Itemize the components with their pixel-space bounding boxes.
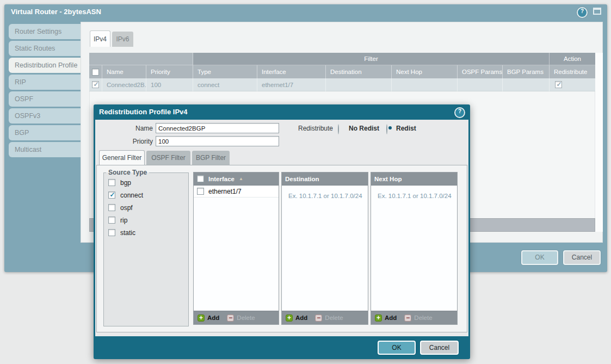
cell-type: connect bbox=[193, 78, 257, 91]
group-header-action: Action bbox=[550, 53, 595, 65]
destination-delete-button[interactable]: − Delete bbox=[315, 314, 343, 322]
source-type-option-rip[interactable]: rip bbox=[104, 214, 188, 226]
cell-interface: ethernet1/7 bbox=[257, 78, 326, 91]
cell-name[interactable]: Connected2B... bbox=[102, 78, 146, 91]
sidebar-item-ospf[interactable]: OSPF bbox=[9, 91, 81, 107]
source-type-option-connect[interactable]: connect bbox=[104, 189, 188, 201]
window-restore-icon[interactable] bbox=[593, 8, 601, 15]
plus-icon: + bbox=[198, 314, 205, 322]
ospf-checkbox[interactable] bbox=[108, 204, 115, 211]
sidebar-item-ospfv3[interactable]: OSPFv3 bbox=[9, 108, 81, 124]
window-title: Virtual Router - 2bytesASN bbox=[11, 4, 101, 19]
redistribute-label: Redistribute bbox=[287, 124, 333, 134]
next-hop-hint: Ex. 10.1.7.1 or 10.1.7.0/24 bbox=[371, 186, 457, 199]
interface-add-button[interactable]: + Add bbox=[198, 314, 219, 322]
name-input[interactable] bbox=[156, 123, 279, 133]
next-hop-column: Next Hop Ex. 10.1.7.1 or 10.1.7.0/24 + A… bbox=[371, 172, 458, 325]
next-hop-delete-button[interactable]: − Delete bbox=[404, 314, 432, 322]
col-header-name[interactable]: Name bbox=[102, 65, 146, 78]
minus-icon: − bbox=[227, 314, 234, 322]
source-type-option-static[interactable]: static bbox=[104, 226, 188, 239]
table-scrollbar-track[interactable] bbox=[595, 53, 603, 232]
select-all-checkbox[interactable] bbox=[92, 69, 99, 76]
screen: { "colors": { "window_chrome": "#80a7b6"… bbox=[0, 0, 611, 364]
col-header-ospf-params[interactable]: OSPF Params bbox=[458, 65, 503, 78]
destination-list: Ex. 10.1.7.1 or 10.1.7.0/24 bbox=[282, 186, 368, 311]
interface-column-header[interactable]: Interface ▲ bbox=[194, 172, 279, 186]
interface-delete-button[interactable]: − Delete bbox=[227, 314, 255, 322]
redist-label[interactable]: Redist bbox=[396, 124, 416, 134]
dialog-ok-button[interactable]: OK bbox=[378, 341, 416, 355]
destination-add-button[interactable]: + Add bbox=[286, 314, 307, 322]
col-header-interface[interactable]: Interface bbox=[257, 65, 326, 78]
destination-header-label: Destination bbox=[285, 176, 319, 182]
window-cancel-button[interactable]: Cancel bbox=[563, 250, 601, 265]
redist-radio[interactable] bbox=[386, 124, 387, 134]
redistribution-profile-dialog: Redistribution Profile IPv4 ? Name Prior… bbox=[94, 104, 470, 359]
table-row[interactable]: Connected2B... 100 connect ethernet1/7 bbox=[89, 78, 595, 91]
no-redist-radio[interactable] bbox=[338, 124, 339, 134]
minus-icon: − bbox=[315, 314, 322, 322]
redistribute-checkbox[interactable] bbox=[555, 81, 562, 88]
next-hop-list: Ex. 10.1.7.1 or 10.1.7.0/24 bbox=[371, 186, 457, 311]
col-header-next-hop[interactable]: Next Hop bbox=[392, 65, 458, 78]
group-header-blank bbox=[89, 53, 193, 65]
interface-footer: + Add − Delete bbox=[194, 311, 279, 324]
col-header-destination[interactable]: Destination bbox=[326, 65, 392, 78]
priority-input[interactable] bbox=[156, 136, 279, 146]
destination-hint: Ex. 10.1.7.1 or 10.1.7.0/24 bbox=[282, 186, 368, 199]
tab-ipv4[interactable]: IPv4 bbox=[90, 30, 110, 47]
plus-icon: + bbox=[286, 314, 293, 322]
source-type-option-ospf[interactable]: ospf bbox=[104, 201, 188, 214]
next-hop-add-button[interactable]: + Add bbox=[375, 314, 397, 322]
sidebar-item-multicast[interactable]: Multicast bbox=[9, 142, 81, 157]
connect-checkbox[interactable] bbox=[108, 192, 115, 199]
source-type-legend: Source Type bbox=[106, 169, 149, 176]
interface-list-item[interactable]: ethernet1/7 bbox=[194, 186, 279, 198]
rip-label: rip bbox=[120, 217, 127, 224]
help-icon[interactable]: ? bbox=[577, 7, 588, 18]
col-header-priority[interactable]: Priority bbox=[146, 65, 193, 78]
row-select-cell bbox=[89, 78, 102, 91]
interface-list: ethernet1/7 bbox=[194, 186, 279, 311]
bgp-checkbox[interactable] bbox=[108, 179, 115, 186]
cell-bgp-params bbox=[503, 78, 550, 91]
col-header-bgp-params[interactable]: BGP Params bbox=[503, 65, 550, 78]
no-redist-label[interactable]: No Redist bbox=[349, 124, 379, 134]
col-header-redistribute[interactable]: Redistribute bbox=[550, 65, 595, 78]
sidebar-item-bgp[interactable]: BGP bbox=[9, 125, 81, 140]
static-checkbox[interactable] bbox=[108, 229, 115, 236]
sort-asc-icon: ▲ bbox=[239, 176, 243, 181]
cell-destination bbox=[326, 78, 392, 91]
dialog-help-icon[interactable]: ? bbox=[454, 107, 465, 118]
interface-column: Interface ▲ ethernet1/7 + Add − bbox=[193, 172, 279, 325]
sidebar-item-rip[interactable]: RIP bbox=[9, 75, 81, 90]
next-hop-header-label: Next Hop bbox=[374, 176, 402, 182]
redistribution-profile-table: Filter Action Name Priority Type Interfa… bbox=[89, 53, 595, 91]
dialog-title: Redistribution Profile IPv4 bbox=[99, 104, 188, 120]
sidebar-item-static-routes[interactable]: Static Routes bbox=[9, 41, 81, 56]
source-type-option-bgp[interactable]: bgp bbox=[104, 176, 188, 189]
sidebar-item-redistribution-profile[interactable]: Redistribution Profile bbox=[9, 58, 81, 73]
tab-bgp-filter[interactable]: BGP Filter bbox=[192, 151, 230, 165]
table-group-header-row: Filter Action bbox=[89, 53, 595, 65]
window-ok-button[interactable]: OK bbox=[521, 250, 558, 265]
rip-checkbox[interactable] bbox=[108, 217, 115, 224]
group-header-filter: Filter bbox=[193, 53, 550, 65]
destination-column-header[interactable]: Destination bbox=[282, 172, 368, 186]
cell-next-hop bbox=[392, 78, 458, 91]
tab-ospf-filter[interactable]: OSPF Filter bbox=[146, 151, 190, 165]
interface-select-all-checkbox[interactable] bbox=[197, 175, 204, 182]
ethernet-checkbox[interactable] bbox=[197, 188, 204, 195]
sidebar-item-router-settings[interactable]: Router Settings bbox=[9, 24, 81, 39]
dialog-cancel-button[interactable]: Cancel bbox=[420, 341, 459, 355]
interface-header-label: Interface bbox=[208, 176, 234, 182]
tab-ipv6[interactable]: IPv6 bbox=[112, 32, 133, 47]
cell-priority: 100 bbox=[146, 78, 193, 91]
name-label: Name bbox=[109, 124, 153, 134]
tab-general-filter[interactable]: General Filter bbox=[99, 150, 145, 165]
row-checkbox[interactable] bbox=[92, 81, 99, 88]
next-hop-column-header[interactable]: Next Hop bbox=[371, 172, 457, 186]
col-header-type[interactable]: Type bbox=[193, 65, 257, 78]
connect-label: connect bbox=[120, 192, 143, 199]
